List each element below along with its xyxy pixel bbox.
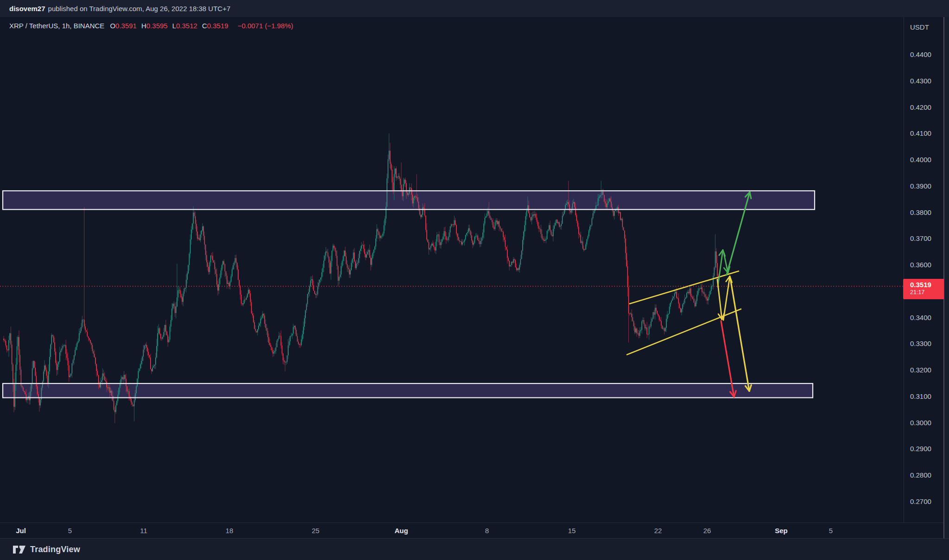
price-tick-0.4000: 0.4000 xyxy=(910,156,931,164)
price-tick-0.2900: 0.2900 xyxy=(910,445,931,453)
time-tick-Sep: Sep xyxy=(775,527,788,535)
time-tick-8: 8 xyxy=(485,527,489,535)
price-axis[interactable]: USDT 0.3519 21:17 0.44000.43000.42000.41… xyxy=(904,17,943,522)
symbol-legend[interactable]: XRP / TetherUS, 1h, BINANCEO0.3591H0.359… xyxy=(9,22,293,30)
arrow-retest-down-green[interactable] xyxy=(724,253,730,273)
time-tick-5: 5 xyxy=(68,527,72,535)
time-tick-Aug: Aug xyxy=(394,527,408,535)
price-tick-0.3400: 0.3400 xyxy=(910,314,931,322)
candlestick-chart-canvas[interactable] xyxy=(0,17,949,538)
price-tick-0.3700: 0.3700 xyxy=(910,234,931,243)
price-tick-0.3900: 0.3900 xyxy=(910,182,931,190)
card-right-margin xyxy=(944,17,949,538)
channel-upper-line[interactable] xyxy=(629,271,739,304)
arrow-target-down-yellow[interactable] xyxy=(730,278,751,391)
last-price-value: 0.3519 xyxy=(910,280,944,289)
price-tick-0.3200: 0.3200 xyxy=(910,366,931,374)
time-tick-15: 15 xyxy=(568,527,576,535)
price-axis-currency: USDT xyxy=(910,23,929,31)
open-value: O0.3591 xyxy=(110,22,137,30)
time-axis[interactable]: Jul5111825Aug8152226Sep5 xyxy=(0,522,943,538)
candlestick-series xyxy=(3,133,719,423)
close-value: C0.3519 xyxy=(202,22,228,30)
price-tick-0.2700: 0.2700 xyxy=(910,497,931,506)
price-tick-0.4100: 0.4100 xyxy=(910,129,931,138)
symbol-title[interactable]: XRP / TetherUS, 1h, BINANCE xyxy=(9,22,104,30)
high-value: H0.3595 xyxy=(141,22,168,30)
zone-support-fill xyxy=(3,384,813,398)
tradingview-logo-icon[interactable] xyxy=(13,545,26,554)
time-tick-Jul: Jul xyxy=(16,527,26,535)
price-tick-0.4300: 0.4300 xyxy=(910,77,931,85)
change-value: −0.0071 (−1.98%) xyxy=(238,22,293,30)
price-tick-0.3600: 0.3600 xyxy=(910,261,931,269)
low-value: L0.3512 xyxy=(172,22,197,30)
price-tick-0.3000: 0.3000 xyxy=(910,419,931,427)
price-tick-0.3100: 0.3100 xyxy=(910,392,931,401)
footer-bar: TradingView xyxy=(0,538,949,560)
tradingview-published-chart: disovem27 published on TradingView.com, … xyxy=(0,0,949,560)
price-tick-0.4200: 0.4200 xyxy=(910,103,931,112)
price-tick-0.4400: 0.4400 xyxy=(910,50,931,59)
author-username: disovem27 xyxy=(9,5,45,13)
time-tick-5: 5 xyxy=(829,527,833,535)
time-tick-26: 26 xyxy=(703,527,711,535)
price-tick-0.2800: 0.2800 xyxy=(910,471,931,479)
chart-plot-area[interactable]: XRP / TetherUS, 1h, BINANCEO0.3591H0.359… xyxy=(0,17,949,538)
attribution-text: published on TradingView.com, Aug 26, 20… xyxy=(48,5,231,13)
price-tick-0.3300: 0.3300 xyxy=(910,340,931,348)
tradingview-brand-text[interactable]: TradingView xyxy=(30,545,80,554)
bar-countdown: 21:17 xyxy=(910,289,944,296)
time-tick-25: 25 xyxy=(312,527,320,535)
arrow-dip-down-yellow[interactable] xyxy=(717,279,724,319)
attribution-bar: disovem27 published on TradingView.com, … xyxy=(0,0,949,17)
time-tick-18: 18 xyxy=(226,527,234,535)
price-tick-0.3800: 0.3800 xyxy=(910,208,931,217)
last-price-label: 0.3519 21:17 xyxy=(903,279,944,299)
time-tick-22: 22 xyxy=(654,527,662,535)
time-tick-11: 11 xyxy=(140,527,147,535)
